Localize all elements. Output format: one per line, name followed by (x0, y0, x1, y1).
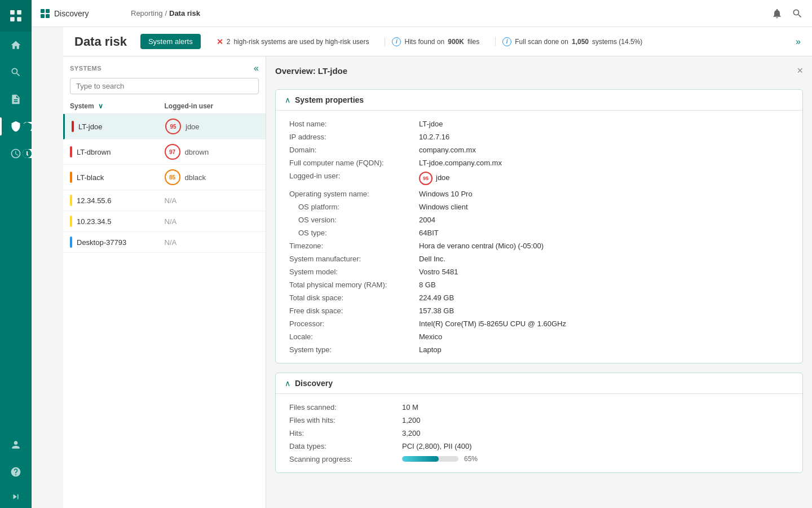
property-value: Laptop (414, 343, 793, 356)
property-row: OS type:64BIT (285, 226, 793, 239)
property-row: IP address:10.2.7.16 (285, 130, 793, 143)
user-name-text: N/A (165, 196, 177, 205)
discovery-header[interactable]: ∧ Discovery (276, 373, 802, 394)
system-alerts-button[interactable]: System alerts (140, 34, 201, 49)
property-label: Total physical memory (RAM): (285, 278, 414, 291)
system-name-text: LT-dbrown (77, 148, 111, 156)
alert-bar: ✕ 2 high-risk systems are used by high-r… (210, 37, 787, 46)
property-value: LT-jdoe.company.com.mx (414, 156, 793, 169)
sidebar-logo[interactable] (0, 0, 32, 32)
info-icon-1: i (392, 37, 401, 46)
sidebar-item-help[interactable] (0, 458, 32, 485)
system-properties-header[interactable]: ∧ System properties (276, 90, 802, 111)
property-row: OS platform:Windows client (285, 200, 793, 213)
discovery-label: Files with hits: (289, 416, 402, 424)
property-row: Total physical memory (RAM):8 GB (285, 278, 793, 291)
notification-btn[interactable] (771, 8, 783, 19)
risk-bar (70, 146, 72, 157)
systems-list: LT-jdoe95jdoeLT-dbrown97dbrownLT-black85… (63, 114, 266, 508)
user-name-text: N/A (165, 238, 177, 247)
user-col-header: Logged-in user (165, 102, 259, 110)
property-label: Domain: (285, 143, 414, 156)
alert-hits-count: 900K (448, 38, 464, 46)
system-name-cell: 10.23.34.5 (70, 216, 165, 227)
table-row[interactable]: LT-jdoe95jdoe (63, 114, 266, 139)
alert-text-2: Hits found on (404, 38, 444, 46)
breadcrumb: Reporting / Data risk (131, 9, 200, 17)
risk-score-badge: 97 (165, 144, 180, 160)
overview-panel: Overview: LT-jdoe × ∧ System properties … (266, 56, 812, 508)
system-name-text: 12.34.55.6 (77, 196, 111, 205)
expand-arrows-icon[interactable]: » (796, 37, 801, 47)
table-row[interactable]: LT-dbrown97dbrown (63, 139, 266, 165)
table-row[interactable]: Desktop-37793N/A (63, 232, 266, 253)
svg-rect-2 (10, 17, 15, 21)
property-row: Total disk space:224.49 GB (285, 291, 793, 304)
alert-text-3: Full scan done on (515, 38, 568, 46)
search-btn[interactable] (792, 8, 803, 19)
systems-collapse-btn[interactable]: « (254, 63, 259, 73)
property-label: Operating system name: (285, 187, 414, 200)
sidebar-item-clock[interactable] (0, 140, 32, 167)
topbar: Discovery Reporting / Data risk (32, 0, 812, 27)
property-value: Intel(R) Core(TM) i5-8265U CPU @ 1.60GHz (414, 317, 793, 330)
system-name-text: LT-black (77, 173, 104, 182)
discovery-body: Files scanned:10 MFiles with hits:1,200H… (276, 394, 802, 472)
property-label: IP address: (285, 130, 414, 143)
property-label: System model: (285, 265, 414, 278)
risk-score-badge: 85 (165, 169, 180, 185)
property-label: OS platform: (285, 200, 414, 213)
systems-table-header: System ∨ Logged-in user (63, 99, 266, 114)
discovery-value: PCI (2,800), PII (400) (402, 442, 472, 450)
system-name-cell: Desktop-37793 (70, 237, 165, 248)
property-value: Windows client (414, 200, 793, 213)
property-row: Processor:Intel(R) Core(TM) i5-8265U CPU… (285, 317, 793, 330)
alert-item-high-risk: ✕ 2 high-risk systems are used by high-r… (210, 37, 376, 46)
system-name-cell: LT-dbrown (70, 146, 165, 157)
systems-label: SYSTEMS (70, 65, 102, 72)
property-value: Hora de verano central (Mico) (-05:00) (414, 239, 793, 252)
property-label: Free disk space: (285, 304, 414, 317)
alert-count: 2 (227, 38, 231, 46)
risk-bar (70, 172, 72, 183)
progress-bar-bg (402, 456, 458, 462)
property-value: Vostro 5481 (414, 265, 793, 278)
alert-text-2-suffix: files (467, 38, 479, 46)
sidebar-item-user[interactable] (0, 431, 32, 458)
sidebar-item-search[interactable] (0, 59, 32, 86)
properties-table: Host name:LT-jdoeIP address:10.2.7.16Dom… (285, 117, 793, 356)
property-row: Host name:LT-jdoe (285, 117, 793, 130)
sidebar-item-home[interactable] (0, 32, 32, 59)
table-row[interactable]: LT-black85dblack (63, 165, 266, 190)
discovery-label: Data types: (289, 442, 402, 450)
system-name-cell: 12.34.55.6 (70, 195, 165, 206)
sidebar-item-shield[interactable] (0, 113, 32, 140)
system-col-header: System ∨ (70, 102, 165, 110)
property-row: System model:Vostro 5481 (285, 265, 793, 278)
alert-text-3-suffix: systems (14.5%) (592, 38, 642, 46)
sidebar-item-reports[interactable] (0, 86, 32, 113)
discovery-row: Data types:PCI (2,800), PII (400) (285, 440, 793, 453)
table-row[interactable]: 12.34.55.6N/A (63, 190, 266, 211)
property-value: 95jdoe (414, 169, 793, 187)
overview-close-button[interactable]: × (797, 65, 803, 76)
property-value: 157.38 GB (414, 304, 793, 317)
property-row: Free disk space:157.38 GB (285, 304, 793, 317)
property-value: 2004 (414, 213, 793, 226)
property-value: company.com.mx (414, 143, 793, 156)
user-cell: N/A (165, 238, 259, 247)
svg-rect-1 (17, 10, 21, 15)
system-properties-title: System properties (295, 95, 364, 104)
table-row[interactable]: 10.23.34.5N/A (63, 211, 266, 232)
chevron-up-icon: ∧ (285, 95, 290, 104)
search-input[interactable] (70, 78, 259, 94)
property-row: Locale:Mexico (285, 330, 793, 343)
topbar-logo[interactable]: Discovery (41, 9, 131, 18)
alert-text-1: high-risk systems are used by high-risk … (233, 38, 369, 46)
discovery-card: ∧ Discovery Files scanned:10 MFiles with… (275, 373, 803, 473)
property-label: Logged-in user: (285, 169, 414, 187)
sidebar-expand-btn[interactable] (0, 485, 32, 508)
property-label: Host name: (285, 117, 414, 130)
property-value: 64BIT (414, 226, 793, 239)
property-row: Domain:company.com.mx (285, 143, 793, 156)
